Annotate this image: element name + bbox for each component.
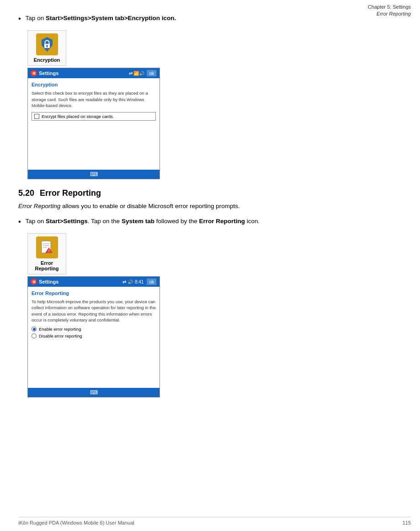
- encryption-checkbox[interactable]: [34, 114, 39, 119]
- error-icon: !: [36, 236, 58, 258]
- encryption-titlebar-right: ⇄ 📶🔊 ok: [129, 70, 157, 77]
- encryption-titlebar: ⊞ Settings ⇄ 📶🔊 ok: [28, 68, 159, 78]
- disable-radio-label: Disable error reporting: [39, 333, 82, 338]
- chapter-label: Chapter 5: Settings: [368, 4, 411, 11]
- encryption-mobile-content: Encryption Select this check box to encr…: [28, 78, 159, 170]
- main-content: • Tap on Start>Settings>System tab>Encry…: [18, 14, 411, 407]
- error-titlebar: ⊞ Settings ⇄ 🔊 8:41 ok: [28, 277, 159, 287]
- error-reporting-instruction: Tap on Start>Settings. Tap on the System…: [26, 217, 260, 226]
- disable-radio-row: Disable error reporting: [32, 333, 156, 338]
- error-titlebar-left: ⊞ Settings: [31, 279, 58, 285]
- encryption-mobile-body: Select this check box to encrypt files a…: [32, 90, 156, 108]
- encryption-icon-inner: Encryption: [31, 33, 63, 63]
- bullet-symbol: •: [18, 14, 21, 24]
- keyboard-icon: ⌨: [90, 171, 98, 177]
- error-mobile-body: To help Microsoft improve the products y…: [32, 299, 156, 323]
- error-mobile-screen: ⊞ Settings ⇄ 🔊 8:41 ok Error Reporting T…: [27, 276, 160, 397]
- error-screenshot-container: ! Error Reporting ⊞ Settings ⇄ 🔊 8:41: [27, 233, 411, 397]
- encryption-checkbox-row: Encrypt files placed on storage cards.: [32, 112, 156, 121]
- windows-flag-icon: ⊞: [31, 70, 37, 76]
- error-icon-box: ! Error Reporting: [27, 233, 66, 274]
- enable-radio-label: Enable error reporting: [39, 327, 81, 332]
- error-windows-flag-icon: ⊞: [31, 279, 37, 285]
- footer-page: 115: [403, 520, 411, 526]
- encryption-icon-box: Encryption: [27, 30, 66, 66]
- error-mobile-title: Error Reporting: [32, 290, 156, 296]
- error-reporting-italic: Error Reporting: [18, 203, 60, 209]
- encryption-mobile-title: Encryption: [32, 82, 156, 87]
- svg-text:!: !: [48, 249, 49, 253]
- error-spacer: [32, 340, 156, 386]
- error-icon-label-line1: Error Reporting: [35, 260, 59, 271]
- error-icon-inner: ! Error Reporting: [31, 236, 63, 271]
- encryption-spacer: [32, 121, 156, 157]
- disable-radio-button[interactable]: [32, 333, 37, 338]
- encryption-bullet: • Tap on Start>Settings>System tab>Encry…: [18, 14, 411, 24]
- error-mobile-footer: ⌨: [28, 388, 159, 397]
- footer-product: iKôn Rugged PDA (Windows Mobile 6) User …: [18, 520, 134, 526]
- section-number: 5.20: [18, 188, 34, 198]
- encryption-ok-button[interactable]: ok: [146, 70, 157, 77]
- error-ok-button[interactable]: ok: [146, 278, 157, 285]
- error-svg: !: [39, 239, 55, 256]
- lock-svg: [39, 36, 55, 53]
- enable-radio-row: Enable error reporting: [32, 327, 156, 332]
- page-footer: iKôn Rugged PDA (Windows Mobile 6) User …: [18, 517, 411, 526]
- encryption-titlebar-left: ⊞ Settings: [31, 70, 58, 76]
- enable-radio-button[interactable]: [32, 327, 37, 332]
- error-reporting-heading: 5.20 Error Reporting: [18, 188, 411, 198]
- encryption-checkbox-label: Encrypt files placed on storage cards.: [42, 114, 114, 119]
- encryption-icon: [36, 33, 58, 55]
- encryption-instruction: Tap on Start>Settings>System tab>Encrypt…: [26, 14, 176, 23]
- section-title: Error Reporting: [40, 188, 101, 198]
- error-titlebar-right: ⇄ 🔊 8:41 ok: [122, 278, 157, 285]
- error-mobile-content: Error Reporting To help Microsoft improv…: [28, 287, 159, 388]
- encryption-mobile-footer: ⌨: [28, 170, 159, 179]
- encryption-screenshot-container: Encryption ⊞ Settings ⇄ 📶🔊 ok Encryption…: [27, 30, 411, 179]
- error-reporting-desc: Error Reporting allows you to enable or …: [18, 202, 411, 211]
- svg-rect-3: [47, 46, 48, 48]
- error-keyboard-icon: ⌨: [90, 389, 98, 396]
- error-bullet-symbol: •: [18, 217, 21, 227]
- encryption-mobile-screen: ⊞ Settings ⇄ 📶🔊 ok Encryption Select thi…: [27, 68, 160, 179]
- error-reporting-bullet: • Tap on Start>Settings. Tap on the Syst…: [18, 217, 411, 227]
- encryption-icon-label: Encryption: [34, 57, 60, 63]
